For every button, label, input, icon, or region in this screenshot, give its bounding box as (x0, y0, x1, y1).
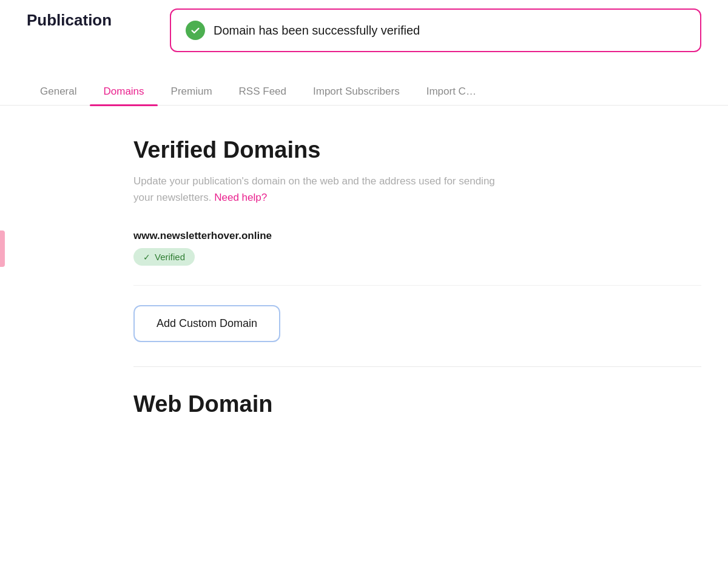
domain-name: www.newsletterhover.online (133, 230, 701, 242)
sidebar-accent-bar (0, 230, 5, 267)
domain-entry: www.newsletterhover.online ✓ Verified (133, 230, 701, 266)
check-circle-icon (186, 21, 205, 40)
success-message: Domain has been successfully verified (214, 24, 420, 38)
need-help-link[interactable]: Need help? (214, 192, 267, 203)
nav-tabs: General Domains Premium RSS Feed Import … (0, 78, 728, 106)
tab-rss-feed[interactable]: RSS Feed (226, 78, 300, 105)
tab-import-c[interactable]: Import C… (413, 78, 490, 105)
success-banner: Domain has been successfully verified (170, 8, 701, 52)
verified-badge: ✓ Verified (133, 248, 195, 266)
tab-general[interactable]: General (27, 78, 90, 105)
verified-checkmark-icon: ✓ (143, 252, 150, 262)
verified-status-label: Verified (155, 252, 185, 262)
add-custom-domain-button[interactable]: Add Custom Domain (133, 305, 280, 342)
section-description: Update your publication's domain on the … (133, 173, 510, 206)
bottom-divider (133, 366, 701, 367)
tab-domains[interactable]: Domains (90, 78, 157, 105)
main-content: Verified Domains Update your publication… (0, 106, 728, 442)
tab-premium[interactable]: Premium (158, 78, 226, 105)
verified-domains-title: Verified Domains (133, 137, 701, 163)
divider (133, 285, 701, 286)
tab-import-subscribers[interactable]: Import Subscribers (300, 78, 413, 105)
web-domain-title: Web Domain (133, 391, 701, 417)
header: Publication Domain has been successfully… (0, 0, 728, 30)
page-wrapper: Publication Domain has been successfully… (0, 0, 728, 572)
